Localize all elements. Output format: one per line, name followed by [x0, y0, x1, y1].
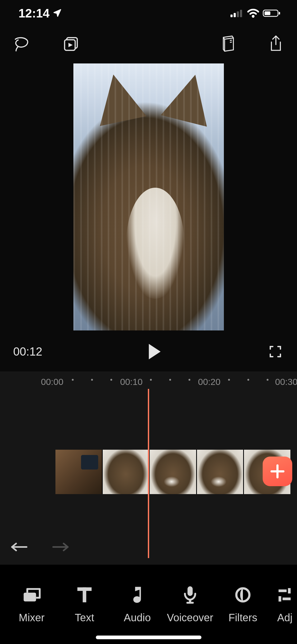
voiceover-icon [183, 585, 197, 604]
tool-label: Filters [229, 612, 257, 624]
app-logo-icon[interactable] [12, 34, 30, 53]
location-icon [53, 6, 62, 20]
project-play-icon[interactable] [62, 34, 81, 53]
tool-label: Voiceover [167, 612, 213, 624]
filters-icon [234, 585, 252, 604]
book-icon[interactable] [219, 34, 238, 53]
mixer-icon [22, 585, 41, 604]
ruler-label: 00:10 [120, 377, 143, 387]
ruler-dot [72, 379, 74, 381]
text-icon [77, 585, 92, 604]
ruler-dot [150, 379, 152, 381]
tool-text[interactable]: Text [58, 585, 111, 624]
video-preview[interactable] [73, 63, 224, 330]
ruler[interactable]: 00:00 00:10 00:20 00:30 [0, 373, 297, 389]
ruler-label: 00:00 [41, 377, 63, 387]
timeline-area[interactable]: 00:00 00:10 00:20 00:30 [0, 371, 297, 565]
tool-label: Audio [124, 612, 151, 624]
svg-rect-5 [265, 11, 270, 15]
wifi-icon [247, 9, 260, 18]
status-bar: 12:14 [0, 0, 297, 26]
play-button[interactable] [144, 341, 165, 362]
adjust-icon [277, 585, 292, 604]
svg-rect-18 [282, 597, 291, 600]
svg-rect-3 [240, 10, 242, 17]
history-row [11, 541, 69, 553]
playhead[interactable] [148, 389, 149, 558]
tracks[interactable] [0, 389, 297, 558]
svg-rect-12 [187, 586, 193, 596]
add-clip-button[interactable] [263, 457, 292, 486]
status-left: 12:14 [18, 6, 62, 20]
current-time: 00:12 [13, 345, 42, 358]
top-toolbar [0, 26, 297, 61]
home-indicator[interactable] [96, 636, 201, 639]
redo-button[interactable] [52, 541, 69, 553]
svg-rect-19 [279, 596, 281, 601]
audio-icon [130, 585, 145, 604]
ruler-dot [188, 379, 190, 381]
tool-adjust[interactable]: Adj [269, 585, 297, 624]
ruler-dot [267, 379, 268, 381]
tool-mixer[interactable]: Mixer [5, 585, 58, 624]
tool-audio[interactable]: Audio [111, 585, 164, 624]
clip-thumb[interactable] [103, 450, 149, 494]
ruler-dot [247, 379, 249, 381]
svg-rect-16 [279, 589, 287, 592]
svg-rect-1 [234, 13, 236, 17]
svg-rect-2 [237, 11, 239, 17]
ruler-dot [91, 379, 93, 381]
status-right [230, 9, 281, 18]
tool-voiceover[interactable]: Voiceover [164, 585, 216, 624]
playback-controls: 00:12 [0, 330, 297, 371]
ruler-label: 00:30 [275, 377, 297, 387]
clip-thumb[interactable] [197, 450, 243, 494]
clip-strip[interactable] [55, 450, 290, 494]
fullscreen-button[interactable] [267, 343, 284, 360]
tool-label: Text [75, 612, 94, 624]
tool-filters[interactable]: Filters [216, 585, 269, 624]
tool-label: Mixer [19, 612, 45, 624]
svg-rect-9 [24, 592, 36, 601]
cellular-icon [230, 9, 244, 18]
preview-area: 00:12 [0, 61, 297, 371]
svg-rect-0 [230, 15, 233, 17]
clip-thumb[interactable] [55, 450, 102, 494]
svg-rect-17 [288, 588, 291, 593]
svg-rect-14 [186, 602, 194, 604]
tool-label: Adj [277, 612, 293, 624]
clip-thumb[interactable] [150, 450, 196, 494]
ruler-dot [228, 379, 230, 381]
ruler-dot [169, 379, 171, 381]
undo-button[interactable] [11, 541, 28, 553]
ruler-label: 00:20 [198, 377, 220, 387]
battery-icon [263, 9, 281, 18]
svg-rect-6 [279, 12, 280, 15]
bottom-toolbar: Mixer Text Audio [0, 565, 297, 644]
ruler-dot [110, 379, 112, 381]
status-time: 12:14 [18, 6, 50, 20]
svg-rect-11 [83, 587, 86, 602]
share-icon[interactable] [267, 34, 285, 53]
